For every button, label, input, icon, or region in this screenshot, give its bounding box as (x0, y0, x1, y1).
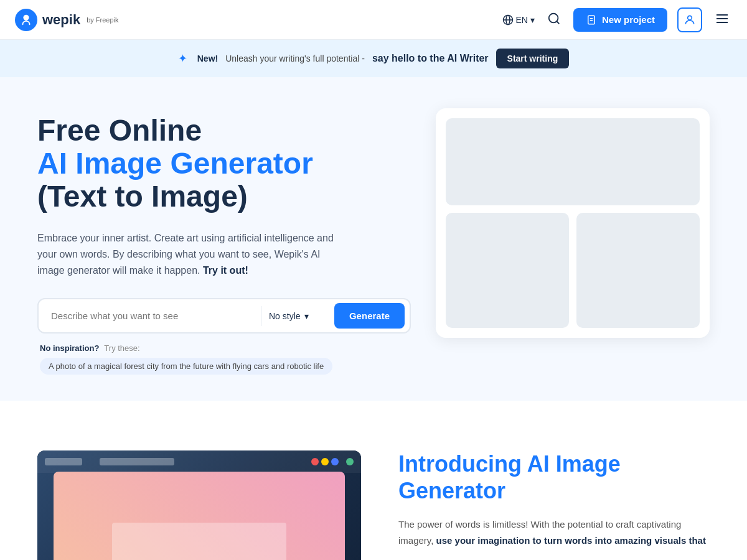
hero-section: Free Online AI Image Generator (Text to … (0, 77, 747, 401)
intro-screenshot (37, 450, 361, 560)
svg-point-0 (23, 14, 29, 20)
intro-description: The power of words is limitless! With th… (398, 516, 710, 548)
generator-input-box: No style ▾ Generate (37, 298, 411, 334)
hero-description: Embrace your inner artist. Create art us… (37, 230, 349, 278)
hero-title-line2: AI Image Generator (37, 147, 411, 180)
hero-preview (436, 108, 710, 338)
preview-image-bottom-right (576, 213, 700, 328)
globe-icon (502, 14, 514, 26)
logo-text: wepik (42, 12, 80, 28)
navbar-right: EN ▾ New project (502, 7, 732, 32)
bar-element (100, 458, 174, 465)
try-these-label: Try these: (104, 343, 139, 353)
image-preview-container (436, 108, 710, 338)
menu-button[interactable] (712, 9, 732, 30)
hero-left: Free Online AI Image Generator (Text to … (37, 114, 411, 375)
introducing-section: Introducing AI Image Generator The power… (0, 401, 747, 560)
fake-design (54, 472, 345, 560)
inspiration-row: No inspiration? Try these: A photo of a … (37, 343, 411, 375)
svg-line-5 (557, 21, 559, 24)
start-writing-button[interactable]: Start writing (496, 49, 570, 68)
user-icon (684, 14, 696, 26)
preview-image-bottom-left (446, 213, 569, 328)
banner-new-label: New! (197, 54, 218, 63)
intro-top-bar (37, 450, 361, 473)
bar-element (45, 458, 82, 465)
banner-text: Unleash your writing's full potential - (225, 54, 365, 63)
no-inspiration-text: No inspiration? (40, 343, 99, 353)
lang-label: EN (516, 15, 528, 25)
navbar: wepik by Freepik EN ▾ New project (0, 0, 747, 40)
announcement-banner: ✦ New! Unleash your writing's full poten… (0, 40, 747, 77)
logo-icon (15, 9, 37, 31)
hero-title-line1: Free Online (37, 114, 411, 147)
circle-yellow (321, 458, 329, 465)
style-select-button[interactable]: No style ▾ (261, 306, 329, 326)
intro-image-inner (37, 450, 361, 560)
hamburger-icon (715, 11, 730, 26)
sparkle-icon: ✦ (178, 52, 187, 65)
search-icon (547, 12, 561, 26)
preview-image-top (446, 118, 700, 205)
navbar-left: wepik by Freepik (15, 9, 119, 31)
document-icon (586, 14, 597, 26)
language-button[interactable]: EN ▾ (502, 14, 535, 26)
circle-green (346, 458, 354, 465)
fake-design-element (112, 523, 287, 560)
inspiration-tag[interactable]: A photo of a magical forest city from th… (40, 358, 332, 375)
bar-dots (311, 458, 354, 465)
prompt-input[interactable] (44, 306, 256, 326)
preview-images-bottom (446, 213, 700, 328)
user-button[interactable] (677, 7, 702, 32)
intro-right: Introducing AI Image Generator The power… (398, 450, 710, 548)
svg-point-4 (549, 14, 558, 23)
style-chevron-icon: ▾ (304, 311, 309, 321)
introducing-title: Introducing AI Image Generator (398, 450, 710, 504)
new-project-button[interactable]: New project (573, 8, 667, 32)
banner-link[interactable]: say hello to the AI Writer (372, 53, 489, 64)
try-it-out-link[interactable]: Try it out! (203, 265, 248, 276)
lang-chevron: ▾ (530, 15, 535, 25)
circle-red (311, 458, 319, 465)
logo-byline: by Freepik (87, 16, 118, 24)
search-button[interactable] (545, 9, 563, 30)
generate-button[interactable]: Generate (334, 303, 405, 329)
style-label: No style (269, 311, 301, 321)
circle-blue (331, 458, 339, 465)
hero-title-line3: (Text to Image) (37, 180, 411, 213)
new-project-label: New project (602, 14, 655, 25)
svg-point-9 (688, 16, 692, 20)
